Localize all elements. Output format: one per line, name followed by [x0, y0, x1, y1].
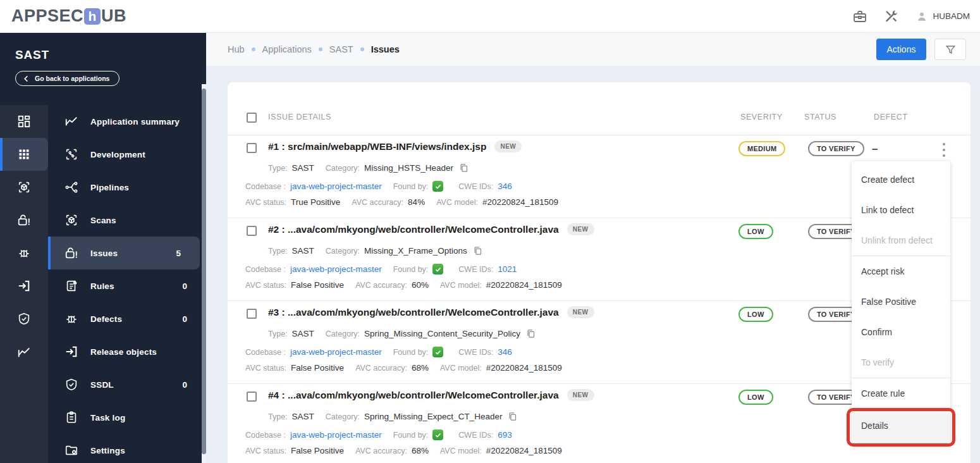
codebase-link[interactable]: java-web-project-master: [290, 347, 382, 357]
cwe-link[interactable]: 346: [498, 347, 512, 357]
shield-check-icon: [64, 378, 78, 392]
tools-icon[interactable]: [884, 9, 899, 24]
scrollbar-thumb[interactable]: [202, 89, 206, 454]
icon-rail: [0, 105, 48, 463]
avc-accuracy-label: AVC accuracy:: [355, 447, 407, 455]
codebase-link[interactable]: java-web-project-master: [290, 264, 382, 274]
sidebar-item-ssdl[interactable]: SSDL 0: [48, 368, 206, 401]
row-checkbox[interactable]: [247, 392, 257, 402]
rail-item-ssdl[interactable]: [0, 302, 48, 335]
back-to-applications-button[interactable]: Go back to applications: [15, 71, 119, 86]
avc-model-value: #20220824_181509: [486, 363, 562, 373]
severity-badge: MEDIUM: [738, 141, 785, 156]
issues-count-badge: 5: [176, 249, 181, 258]
sidebar-item-rules[interactable]: Rules 0: [48, 269, 206, 302]
category-label: Category:: [326, 412, 360, 421]
top-bar: APPSEC h UB HUBADM: [0, 0, 980, 33]
category-value: Missing_X_Frame_Options: [364, 246, 467, 256]
user-menu[interactable]: HUBADM: [916, 10, 970, 23]
folder-gear-icon: [64, 443, 78, 457]
sidebar: SAST Go back to applications: [0, 33, 206, 463]
breadcrumb-dot: [360, 47, 364, 51]
actions-button[interactable]: Actions: [876, 39, 926, 60]
filter-button[interactable]: [934, 39, 966, 60]
rail-item-release[interactable]: [0, 269, 48, 302]
issue-title[interactable]: #1 : src/main/webapp/WEB-INF/views/index…: [268, 141, 486, 152]
sidebar-item-issues[interactable]: Issues 5: [48, 237, 200, 269]
breadcrumb: Hub Applications SAST Issues: [228, 44, 400, 54]
menu-item-create-defect[interactable]: Create defect: [852, 164, 950, 195]
lock-alert-icon: [17, 213, 31, 227]
logo-h-block: h: [84, 8, 101, 25]
rail-item-dashboard[interactable]: [0, 105, 48, 138]
sidebar-scrollbar[interactable]: [202, 84, 206, 463]
cwe-link[interactable]: 1021: [498, 264, 517, 274]
issue-title[interactable]: #4 : ...ava/com/mkyong/web/controller/We…: [268, 390, 559, 401]
category-label: Category:: [326, 247, 360, 256]
row-menu-kebab-icon[interactable]: [938, 142, 950, 158]
sidebar-item-defects[interactable]: Defects 0: [48, 302, 206, 335]
copy-icon[interactable]: [508, 412, 517, 421]
row-checkbox[interactable]: [247, 226, 257, 236]
copy-icon[interactable]: [459, 163, 469, 173]
menu-item-confirm[interactable]: Confirm: [852, 317, 950, 347]
codebase-label: Codebase :: [245, 265, 286, 274]
column-status: STATUS: [804, 113, 836, 121]
avc-model-value: #20220824_181509: [486, 280, 562, 290]
menu-item-link-to-defect[interactable]: Link to defect: [852, 195, 950, 225]
cwe-label: CWE IDs:: [458, 431, 493, 440]
menu-item-create-rule[interactable]: Create rule: [852, 378, 950, 409]
column-issue-details: ISSUE DETAILS: [268, 113, 331, 121]
menu-item-accept-risk[interactable]: Accept risk: [852, 256, 950, 287]
menu-item-false-positive[interactable]: False Positive: [852, 287, 950, 317]
sidebar-item-task-log[interactable]: Task log: [48, 401, 206, 434]
issue-title[interactable]: #2 : ...ava/com/mkyong/web/controller/We…: [268, 224, 559, 235]
scanner-check-icon: [432, 347, 443, 357]
copy-icon[interactable]: [473, 246, 482, 256]
select-all-checkbox[interactable]: [247, 113, 257, 123]
breadcrumb-applications[interactable]: Applications: [262, 44, 312, 54]
sidebar-item-pipelines[interactable]: Pipelines: [48, 171, 206, 204]
rail-item-scans[interactable]: [0, 171, 48, 204]
sidebar-item-settings[interactable]: Settings: [48, 434, 206, 463]
avc-accuracy-label: AVC accuracy:: [352, 198, 403, 207]
rail-item-reports[interactable]: [0, 335, 48, 368]
menu-item-details[interactable]: Details: [852, 409, 950, 443]
copy-icon[interactable]: [526, 329, 536, 338]
breadcrumb-dot: [319, 47, 322, 51]
codebase-link[interactable]: java-web-project-master: [290, 182, 382, 191]
defects-count-badge: 0: [182, 314, 187, 324]
user-icon: [916, 10, 928, 23]
avc-model-label: AVC model:: [440, 364, 482, 373]
cwe-link[interactable]: 693: [498, 430, 512, 440]
sidebar-item-scans[interactable]: Scans: [48, 204, 206, 237]
type-label: Type:: [268, 330, 288, 338]
avc-status-value: True Positive: [291, 197, 340, 207]
briefcase-icon[interactable]: [852, 9, 867, 24]
sidebar-item-development[interactable]: Development: [48, 138, 206, 171]
sidebar-item-release-objects[interactable]: Release objects: [48, 335, 206, 368]
sidebar-item-application-summary[interactable]: Application summary: [48, 105, 206, 138]
issue-title[interactable]: #3 : ...ava/com/mkyong/web/controller/We…: [268, 307, 559, 318]
cwe-label: CWE IDs:: [458, 265, 493, 274]
row-checkbox[interactable]: [247, 309, 257, 319]
rules-count-badge: 0: [182, 281, 187, 291]
breadcrumb-hub[interactable]: Hub: [228, 44, 245, 54]
row-checkbox[interactable]: [247, 143, 257, 153]
codebase-label: Codebase :: [245, 182, 286, 191]
scanner-check-icon: [432, 429, 443, 440]
cwe-link[interactable]: 346: [498, 182, 512, 191]
found-by-label: Found by:: [393, 265, 429, 274]
avc-status-label: AVC status:: [245, 198, 286, 207]
cwe-label: CWE IDs:: [458, 348, 493, 357]
logo-text-right: UB: [101, 6, 126, 26]
rail-item-applications[interactable]: [0, 138, 48, 171]
avc-model-value: #20220824_181509: [486, 446, 562, 455]
rail-item-defects[interactable]: [0, 237, 48, 269]
app-logo[interactable]: APPSEC h UB: [11, 6, 126, 26]
breadcrumb-sast[interactable]: SAST: [329, 44, 353, 54]
rail-item-issues[interactable]: [0, 204, 48, 237]
apps-grid-icon: [18, 148, 30, 161]
breadcrumb-bar: Hub Applications SAST Issues Actions: [206, 33, 980, 66]
codebase-link[interactable]: java-web-project-master: [290, 430, 382, 440]
